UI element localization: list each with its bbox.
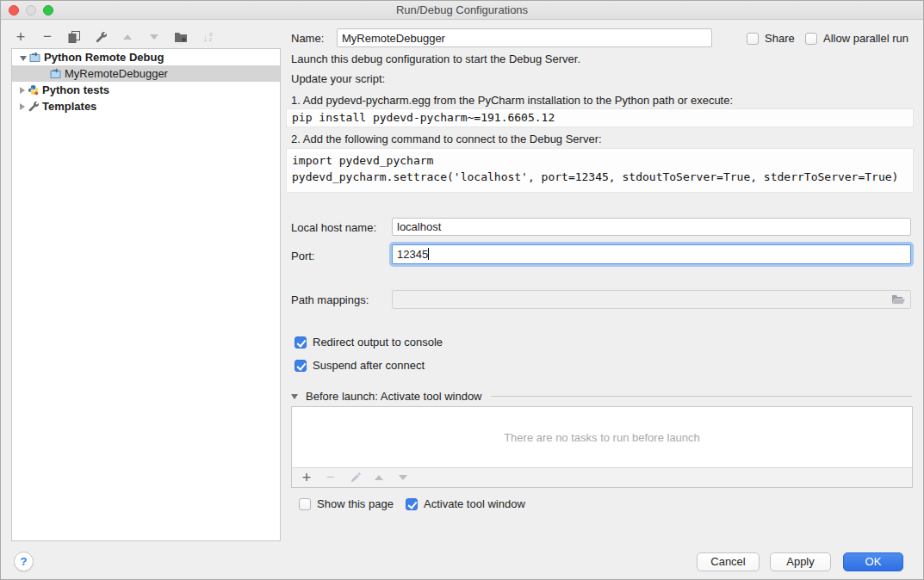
- tree-item-myremotedebugger[interactable]: MyRemoteDebugger: [12, 65, 280, 82]
- path-mappings-label: Path mappings:: [291, 293, 369, 306]
- move-task-down-icon[interactable]: [396, 471, 410, 484]
- task-toolbar: + −: [292, 467, 912, 487]
- remove-configuration-icon[interactable]: −: [40, 29, 55, 45]
- suspend-after-connect-label: Suspend after connect: [313, 359, 425, 372]
- text-caret: [428, 248, 429, 260]
- show-this-page-checkbox[interactable]: [299, 498, 311, 510]
- configurations-tree: Python Remote Debug MyRemoteDebugger Pyt…: [11, 48, 281, 541]
- redirect-output-checkbox[interactable]: [295, 336, 307, 349]
- pip-install-code[interactable]: pip install pydevd-pycharm~=191.6605.12: [286, 108, 914, 127]
- remove-task-icon[interactable]: −: [324, 471, 338, 484]
- local-host-name-input[interactable]: [392, 218, 911, 236]
- copy-configuration-icon[interactable]: [66, 29, 82, 45]
- redirect-output-option: Redirect output to console: [295, 336, 443, 349]
- before-launch-title: Before launch: Activate tool window: [306, 390, 482, 403]
- remote-debug-icon: [50, 68, 62, 79]
- share-label: Share: [765, 32, 795, 45]
- show-this-page-option: Show this page: [299, 497, 394, 510]
- section-divider: [491, 396, 912, 397]
- new-folder-icon[interactable]: [173, 29, 189, 45]
- local-host-name-label: Local host name:: [291, 221, 376, 234]
- add-task-icon[interactable]: +: [300, 471, 313, 484]
- collapse-arrow-icon[interactable]: [20, 56, 27, 61]
- templates-wrench-icon: [28, 101, 40, 112]
- expand-arrow-icon[interactable]: [20, 103, 25, 110]
- show-this-page-label: Show this page: [317, 497, 394, 510]
- allow-parallel-run-checkbox[interactable]: [805, 33, 817, 45]
- allow-parallel-run-label: Allow parallel run: [823, 32, 908, 45]
- tree-item-templates[interactable]: Templates: [12, 98, 280, 114]
- name-input[interactable]: [337, 28, 712, 47]
- title-bar[interactable]: Run/Debug Configurations: [1, 1, 923, 20]
- activate-tool-window-checkbox[interactable]: [406, 498, 418, 510]
- move-down-icon[interactable]: [146, 29, 162, 45]
- expand-arrow-icon[interactable]: [20, 87, 25, 94]
- suspend-after-connect-option: Suspend after connect: [295, 359, 425, 372]
- collapse-arrow-icon[interactable]: [291, 394, 298, 399]
- apply-button[interactable]: Apply: [770, 552, 831, 571]
- sort-configurations-icon[interactable]: ↓az: [200, 29, 215, 45]
- run-debug-configurations-dialog: Run/Debug Configurations + − ↓az Python …: [0, 0, 924, 580]
- question-mark-icon: ?: [21, 555, 28, 568]
- step2-text: 2. Add the following command to connect …: [291, 133, 602, 145]
- cancel-button[interactable]: Cancel: [697, 552, 760, 571]
- remote-debug-icon: [29, 52, 41, 63]
- move-task-up-icon[interactable]: [372, 471, 386, 484]
- move-up-icon[interactable]: [120, 29, 135, 45]
- settrace-code-line2: pydevd_pycharm.settrace('localhost', por…: [292, 169, 908, 185]
- window-title: Run/Debug Configurations: [1, 1, 923, 20]
- update-script-text: Update your script:: [291, 72, 385, 85]
- activate-tool-window-option: Activate tool window: [406, 497, 525, 510]
- settrace-code[interactable]: import pydevd_pycharm pydevd_pycharm.set…: [286, 148, 914, 193]
- name-label: Name:: [291, 32, 324, 45]
- help-button[interactable]: ?: [14, 552, 34, 571]
- intro-text: Launch this debug configuration to start…: [291, 52, 580, 65]
- edit-templates-icon[interactable]: [93, 29, 109, 45]
- share-option: Share: [747, 32, 795, 45]
- activate-tool-window-label: Activate tool window: [424, 497, 525, 510]
- empty-tasks-message: There are no tasks to run before launch: [292, 407, 912, 467]
- before-launch-task-panel: There are no tasks to run before launch …: [291, 406, 913, 488]
- port-label: Port:: [291, 250, 314, 262]
- port-input[interactable]: 12345: [392, 244, 911, 264]
- step1-text: 1. Add pydevd-pycharm.egg from the PyCha…: [291, 94, 733, 107]
- before-launch-header[interactable]: Before launch: Activate tool window: [291, 390, 912, 403]
- allow-parallel-run-option: Allow parallel run: [805, 32, 908, 45]
- settrace-code-line1: import pydevd_pycharm: [292, 152, 908, 169]
- tree-item-python-tests[interactable]: Python tests: [12, 82, 280, 98]
- path-mappings-input[interactable]: [392, 290, 911, 309]
- edit-task-icon[interactable]: [348, 471, 362, 484]
- share-checkbox[interactable]: [747, 33, 759, 45]
- python-tests-icon: [28, 84, 40, 96]
- redirect-output-label: Redirect output to console: [313, 336, 443, 349]
- ok-button[interactable]: OK: [843, 552, 903, 571]
- add-configuration-icon[interactable]: +: [13, 29, 28, 45]
- tree-item-python-remote-debug[interactable]: Python Remote Debug: [12, 49, 280, 65]
- browse-folder-icon[interactable]: [891, 293, 906, 308]
- suspend-after-connect-checkbox[interactable]: [295, 360, 307, 372]
- configurations-toolbar: + − ↓az: [13, 28, 215, 46]
